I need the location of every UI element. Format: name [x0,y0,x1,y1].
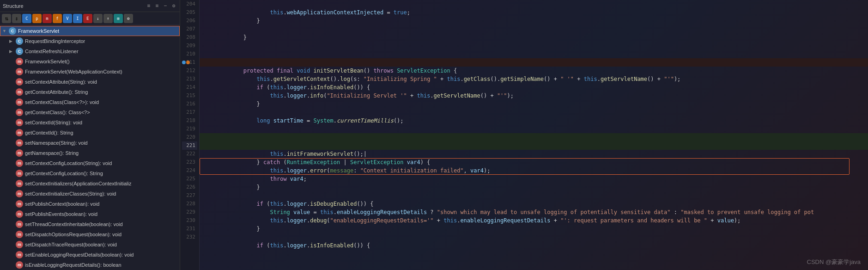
collapse-btn[interactable]: ↑ [103,14,113,23]
sort-alpha-btn[interactable]: ⇅ [2,14,11,23]
code-line-221: this.initFrameworkServlet();| [200,141,868,150]
ln-228: 228 [182,200,197,208]
tree-label: setDispatchTraceRequest(boolean): void [25,242,117,247]
tree-item-sci[interactable]: m setContextId(String): void [0,117,180,128]
tree-label: getContextId(): String [25,130,73,135]
tree-item-sdor[interactable]: m setDispatchOptionsRequest(boolean): vo… [0,229,180,239]
method-icon: m [16,149,23,157]
code-line-225: } [200,175,868,183]
ln-207: 207 [182,25,197,33]
method-icon: m [16,221,23,228]
code-line-204: this.webApplicationContextInjected = tru… [200,0,868,8]
tree-label: setContextInitializerClasses(String): vo… [25,191,116,196]
method-icon: m [16,170,23,177]
ln-215: 215 [182,92,197,100]
tree-item-spc[interactable]: m setPublishContext(boolean): void [0,199,180,209]
ln-229: 229 [182,208,197,216]
settings-icon[interactable]: ⚙ [170,3,177,9]
method-filter-btn[interactable]: m [42,14,52,23]
tree-item-sccl[interactable]: m setContextConfigLocation(String): void [0,158,180,168]
tree-item-fs1[interactable]: m FrameworkServlet() [0,56,180,67]
code-line-223: this.logger.error(message: "Context init… [200,158,868,166]
code-line-230: } [200,216,868,225]
tree-item-selrd[interactable]: m setEnableLoggingRequestDetails(boolean… [0,250,180,260]
tree-label: getContextClass(): Class<?> [25,110,90,115]
field-filter-btn[interactable]: f [53,14,62,23]
ln-232: 232 [182,233,197,241]
code-line-229: this.logger.debug("enableLoggingRequestD… [200,208,868,216]
tree-item-stci[interactable]: m setThreadContextInheritable(boolean): … [0,219,180,229]
tree-item-gcc[interactable]: m getContextClass(): Class<?> [0,107,180,117]
method-icon: m [16,261,23,269]
tree-item-fs2[interactable]: m FrameworkServlet(WebApplicationContext… [0,67,180,77]
tree-item-scin[interactable]: m setContextInitializers(ApplicationCont… [0,178,180,189]
code-lines[interactable]: this.webApplicationContextInjected = tru… [200,0,868,270]
enum-filter-btn[interactable]: E [83,14,92,23]
prop-filter-btn[interactable]: p [32,14,42,23]
tree-item-scic[interactable]: m setContextInitializerClasses(String): … [0,189,180,199]
tree-item-scc[interactable]: m setContextClass(Class<?>): void [0,97,180,107]
tree-label: setThreadContextInheritable(boolean): vo… [25,221,123,227]
method-icon: m [16,139,23,147]
ln-224: 224 [182,166,197,175]
tree-label: setPublishEvents(boolean): void [25,211,97,217]
expand-arrow: ▶ [9,49,15,54]
tree-item-gccl[interactable]: m getContextConfigLocation(): String [0,168,180,178]
code-line-213: if (this.logger.isInfoEnabled()) { [200,75,868,83]
tree-item-ielrd[interactable]: m isEnableLoggingRequestDetails(): boole… [0,260,180,270]
tree-label: getContextConfigLocation(): String [25,171,103,176]
tree-item-spe[interactable]: m setPublishEvents(boolean): void [0,209,180,219]
code-line-212: this.getServletContext().log(s: "Initial… [200,67,868,75]
code-line-231 [200,225,868,233]
tree-label: setContextInitializers(ApplicationContex… [25,181,132,186]
link-btn[interactable]: ⊞ [114,14,123,23]
structure-tree: ▼ C FrameworkServlet ▶ C RequestBindingI… [0,25,180,270]
tree-item-root[interactable]: ▼ C FrameworkServlet [0,26,180,36]
method-icon: m [16,231,23,238]
ln-210: 210 [182,50,197,58]
expand-btn[interactable]: ↓ [93,14,103,23]
method-icon: m [16,190,23,197]
sidebar-header-icons: ≡ ≡ − ⚙ [146,3,177,9]
settings2-btn[interactable]: ⚙ [124,14,133,23]
method-icon: m [16,180,23,187]
tree-item-sdtr[interactable]: m setDispatchTraceRequest(boolean): void [0,239,180,250]
sidebar: Structure ≡ ≡ − ⚙ ⇅ ⇕ C p m f V I E ↓ ↑ … [0,0,180,270]
tree-label: FrameworkServlet() [25,59,70,64]
tree-item-gci[interactable]: m getContextId(): String [0,128,180,138]
interface-filter-btn[interactable]: I [73,14,82,23]
sort-icon[interactable]: ≡ [146,3,152,9]
tree-item-sns[interactable]: m setNamespace(String): void [0,138,180,148]
code-line-205: } [200,8,868,17]
class-filter-btn[interactable]: C [22,14,31,23]
tree-label: FrameworkServlet [18,28,59,34]
code-line-227: if (this.logger.isDebugEnabled()) { [200,191,868,200]
ln-223: 223 [182,158,197,166]
tree-label: setContextId(String): void [25,120,82,125]
method-icon: m [16,78,23,86]
tree-item-gns[interactable]: m getNamespace(): String [0,148,180,158]
tree-item-sca[interactable]: m setContextAttribute(String): void [0,77,180,87]
ln-211: 211 [182,58,197,67]
tree-label: isEnableLoggingRequestDetails(): boolean [25,262,121,268]
code-line-232: if (this.logger.isInfoEnabled()) { [200,233,868,241]
ln-217: 217 [182,108,197,117]
sort2-icon[interactable]: ≡ [154,3,160,9]
tree-item-gca[interactable]: m getContextAttribute(): String [0,87,180,97]
code-line-222: } catch (RuntimeException | ServletExcep… [200,150,868,158]
sort-btn[interactable]: ⇕ [12,14,21,23]
method-icon: m [16,58,23,65]
code-line-217: long startTime = System.currentTimeMilli… [200,108,868,117]
minimize-icon[interactable]: − [162,3,169,9]
toolbar: ⇅ ⇕ C p m f V I E ↓ ↑ ⊞ ⚙ [0,12,180,25]
code-line-215: } [200,92,868,100]
tree-item-crl[interactable]: ▶ C ContextRefreshListener [0,46,180,56]
ln-214: 214 [182,83,197,92]
ln-208: 208 [182,33,197,42]
tree-label: RequestBindingInterceptor [25,38,85,44]
tree-label: ContextRefreshListener [25,49,79,54]
tree-label: FrameworkServlet(WebApplicationContext) [25,69,122,74]
var-filter-btn[interactable]: V [63,14,72,23]
tree-item-rbi[interactable]: ▶ C RequestBindingInterceptor [0,36,180,46]
code-line-219: try { [200,125,868,133]
